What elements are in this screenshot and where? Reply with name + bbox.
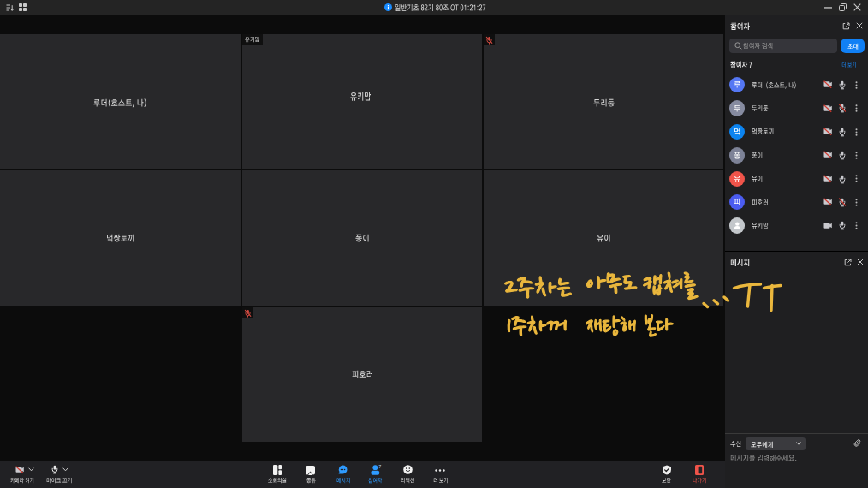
svg-text:7: 7	[378, 464, 381, 469]
